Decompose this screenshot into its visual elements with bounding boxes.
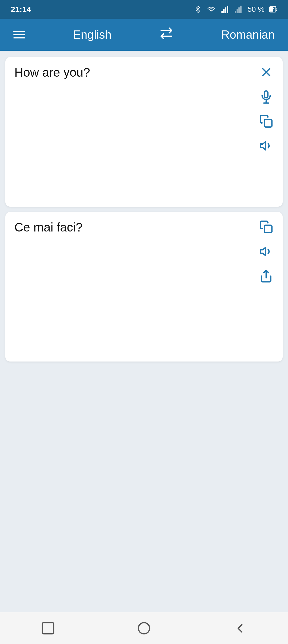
battery-icon bbox=[269, 6, 277, 13]
svg-rect-13 bbox=[270, 7, 273, 11]
swap-languages-button[interactable] bbox=[159, 28, 173, 42]
svg-point-27 bbox=[138, 623, 150, 634]
speak-source-button[interactable] bbox=[258, 137, 275, 154]
svg-rect-2 bbox=[223, 9, 225, 13]
svg-rect-7 bbox=[238, 7, 240, 14]
target-text: Ce mai faci? bbox=[14, 220, 83, 234]
wifi-icon bbox=[206, 6, 216, 13]
svg-marker-24 bbox=[260, 248, 266, 256]
speak-target-button[interactable] bbox=[258, 243, 275, 260]
microphone-button[interactable] bbox=[258, 88, 275, 105]
copy-target-button[interactable] bbox=[258, 218, 275, 235]
target-language-button[interactable]: Romanian bbox=[221, 28, 275, 41]
status-bar: 21:14 50 % bbox=[0, 0, 288, 19]
target-card: Ce mai faci? bbox=[5, 212, 283, 362]
svg-marker-22 bbox=[260, 142, 266, 150]
target-card-actions bbox=[258, 218, 275, 285]
svg-rect-3 bbox=[225, 7, 226, 14]
svg-rect-21 bbox=[265, 120, 272, 127]
bottom-nav bbox=[0, 612, 288, 644]
status-icons: 50 % bbox=[194, 5, 277, 14]
source-text[interactable]: How are you? bbox=[14, 65, 90, 79]
svg-rect-1 bbox=[221, 11, 223, 13]
status-time: 21:14 bbox=[11, 5, 31, 14]
back-button[interactable] bbox=[229, 618, 251, 639]
copy-source-button[interactable] bbox=[258, 113, 275, 130]
recent-button[interactable] bbox=[37, 618, 59, 639]
bluetooth-icon bbox=[194, 5, 202, 14]
source-card-actions bbox=[258, 64, 275, 154]
share-button[interactable] bbox=[258, 268, 275, 285]
svg-rect-5 bbox=[235, 11, 236, 13]
menu-button[interactable] bbox=[13, 31, 25, 38]
source-language-button[interactable]: English bbox=[73, 28, 111, 41]
clear-button[interactable] bbox=[258, 64, 275, 81]
signal-icon bbox=[221, 5, 229, 13]
signal2-icon bbox=[234, 5, 243, 13]
svg-rect-26 bbox=[42, 623, 54, 634]
svg-rect-18 bbox=[265, 91, 268, 98]
source-card: How are you? bbox=[5, 57, 283, 207]
home-button[interactable] bbox=[133, 618, 155, 639]
app-bar: English Romanian bbox=[0, 19, 288, 51]
svg-rect-4 bbox=[227, 6, 228, 13]
battery-text: 50 % bbox=[247, 5, 265, 14]
main-content: How are you? bbox=[0, 51, 288, 612]
svg-rect-6 bbox=[237, 9, 238, 13]
svg-rect-23 bbox=[265, 225, 272, 233]
svg-rect-8 bbox=[240, 6, 242, 13]
